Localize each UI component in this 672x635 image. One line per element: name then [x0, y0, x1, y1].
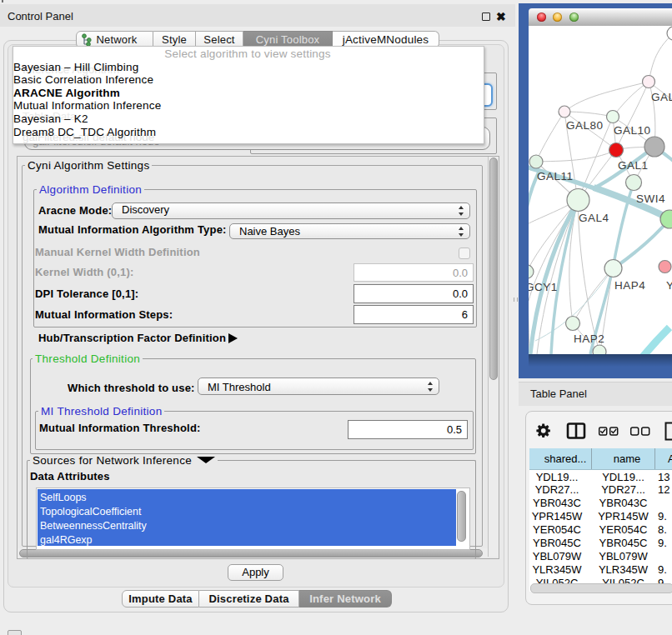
svg-text:GAL10: GAL10 [614, 124, 651, 137]
svg-text:GAL7: GAL7 [651, 91, 672, 103]
svg-text:GAL1: GAL1 [618, 159, 649, 172]
svg-text:HAP2: HAP2 [574, 332, 604, 345]
svg-text:HAP4: HAP4 [614, 279, 645, 292]
svg-text:GAL80: GAL80 [566, 119, 604, 132]
svg-text:GCY1: GCY1 [529, 281, 558, 293]
svg-text:Y: Y [666, 279, 672, 292]
svg-text:SWI4: SWI4 [636, 192, 665, 205]
svg-text:GAL4: GAL4 [579, 212, 609, 224]
svg-text:GAL11: GAL11 [537, 170, 574, 182]
